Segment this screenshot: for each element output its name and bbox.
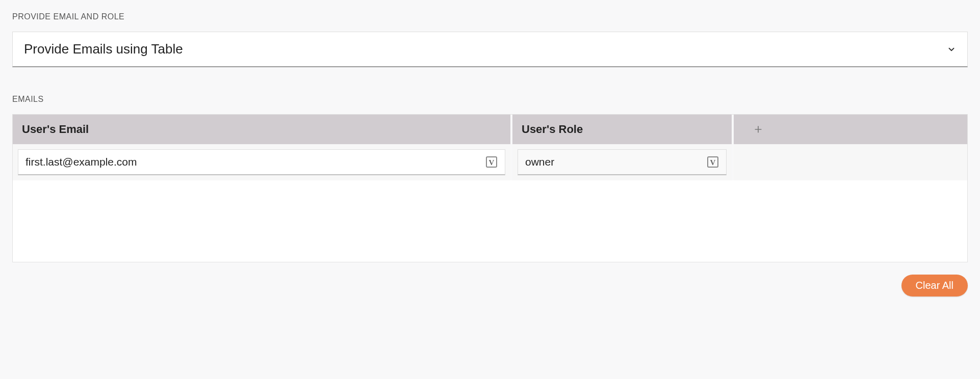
cell-blank xyxy=(734,144,783,180)
actions-row: Clear All xyxy=(12,275,968,296)
add-column-button[interactable] xyxy=(734,115,783,144)
plus-icon xyxy=(753,124,763,134)
cell-role: V xyxy=(512,144,734,180)
variable-icon[interactable]: V xyxy=(707,156,719,168)
svg-text:V: V xyxy=(710,158,716,167)
role-input[interactable] xyxy=(525,156,703,168)
emails-label: EMAILS xyxy=(12,95,968,104)
emails-table: User's Email User's Role V xyxy=(12,114,968,262)
column-header-email[interactable]: User's Email xyxy=(13,115,512,144)
role-input-wrapper: V xyxy=(518,149,727,175)
email-input-wrapper: V xyxy=(18,149,505,175)
section-label-provide-email-role: PROVIDE EMAIL AND ROLE xyxy=(12,12,968,21)
cell-email: V xyxy=(13,144,512,180)
variable-icon[interactable]: V xyxy=(485,156,498,168)
table-row: V V xyxy=(13,144,967,180)
table-header: User's Email User's Role xyxy=(13,115,967,144)
svg-text:V: V xyxy=(489,158,495,167)
provide-emails-select[interactable]: Provide Emails using Table xyxy=(12,32,968,67)
email-input[interactable] xyxy=(25,156,481,168)
column-header-role[interactable]: User's Role xyxy=(512,115,734,144)
table-empty-area[interactable] xyxy=(13,180,967,262)
provide-emails-select-value: Provide Emails using Table xyxy=(24,41,183,57)
clear-all-button[interactable]: Clear All xyxy=(901,275,968,296)
chevron-down-icon xyxy=(947,45,956,54)
